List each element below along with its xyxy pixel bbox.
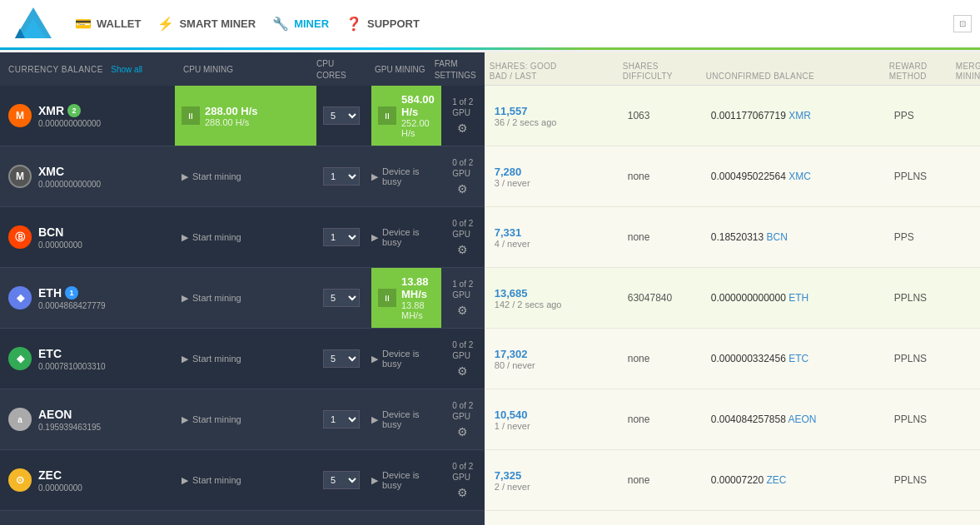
bcn-gpu-device-busy[interactable]: ▶ Device is busy bbox=[371, 227, 441, 247]
aeon-difficulty: none bbox=[623, 414, 706, 425]
xmr-gpu-count: 1 of 2 GPU bbox=[452, 97, 473, 118]
eth-difficulty: 63047840 bbox=[623, 292, 706, 304]
xmr-cores-select[interactable]: 51234 bbox=[323, 106, 360, 125]
cpu-mining-header: CPU MINING bbox=[175, 63, 316, 75]
main-nav: 💳 WALLET ⚡ SMART MINER 🔧 MINER ❓ SUPPORT bbox=[75, 16, 953, 32]
zec-gpu-device-busy[interactable]: ▶ Device is busy bbox=[371, 470, 441, 490]
xmr-difficulty: 1063 bbox=[623, 110, 706, 121]
right-row-zec: 7,325 2 / never none 0.00007220 ZEC PPLN… bbox=[485, 450, 980, 511]
currency-name-etc: ETC bbox=[38, 347, 106, 360]
aeon-settings-icon[interactable]: ⚙ bbox=[457, 425, 468, 438]
currency-list: M XMR 2 0.000000000000 ⏸ 288.00 H/s bbox=[0, 86, 485, 525]
bcn-gpu-count: 0 of 2 GPU bbox=[452, 218, 473, 240]
play-icon: ▶ bbox=[182, 232, 188, 243]
etc-cpu-start-button[interactable]: ▶ Start mining bbox=[182, 354, 241, 364]
etc-gpu-device-busy[interactable]: ▶ Device is busy bbox=[371, 349, 441, 369]
aeon-balance: 0.195939463195 bbox=[38, 423, 101, 432]
table-row: ⊙ ZEC 0.00000000 ▶ Start mining bbox=[0, 450, 485, 511]
eth-cores-select[interactable]: 51234 bbox=[323, 289, 360, 307]
bcn-unconfirmed: 0.18520313 BCN bbox=[706, 231, 889, 243]
reward-method-header: REWARDMETHOD bbox=[884, 62, 951, 82]
xmr-icon: M bbox=[8, 104, 32, 127]
zec-difficulty: none bbox=[623, 474, 706, 486]
xmr-settings-icon[interactable]: ⚙ bbox=[457, 121, 468, 135]
xmr-cpu-pause-button[interactable]: ⏸ bbox=[182, 106, 200, 125]
nav-support-label: SUPPORT bbox=[367, 17, 420, 30]
nav-miner[interactable]: 🔧 MINER bbox=[272, 16, 329, 32]
xmr-gpu-section: ⏸ 584.00 H/s 252.00 H/s 1 of 2 GPU ⚙ bbox=[366, 86, 485, 146]
accent-bar bbox=[0, 47, 980, 50]
etc-cores-select[interactable]: 51234 bbox=[323, 349, 360, 368]
bcn-cpu-start-button[interactable]: ▶ Start mining bbox=[182, 232, 241, 243]
xmr-gpu-pause-button[interactable]: ⏸ bbox=[378, 106, 396, 125]
eth-merged: 👁 bbox=[956, 290, 980, 305]
xmr-cpu-section: ⏸ 288.00 H/s 288.00 H/s bbox=[175, 86, 316, 146]
lightning-icon: ⚡ bbox=[157, 16, 174, 32]
merged-mining-header: MERGEDMINING bbox=[951, 62, 980, 82]
nav-wallet-label: WALLET bbox=[97, 17, 141, 30]
bcn-shares: 7,331 4 / never bbox=[490, 226, 623, 249]
bcn-difficulty: none bbox=[623, 231, 706, 243]
nav-smart-miner-label: SMART MINER bbox=[179, 17, 256, 30]
zec-shares: 7,325 2 / never bbox=[490, 469, 623, 492]
difficulty-header: SHARESDIFFICULTY bbox=[618, 62, 701, 82]
xmr-merged: 👁 bbox=[956, 108, 980, 123]
right-data-list: 11,557 36 / 2 secs ago 1063 0.0011770677… bbox=[485, 86, 980, 525]
xmc-cores-select[interactable]: 12345 bbox=[323, 167, 360, 186]
eth-badge: 1 bbox=[65, 286, 78, 300]
nav-smart-miner[interactable]: ⚡ SMART MINER bbox=[157, 16, 256, 32]
aeon-shares: 10,540 1 / never bbox=[490, 409, 623, 431]
etc-difficulty: none bbox=[623, 353, 706, 364]
zec-cores-select[interactable]: 51234 bbox=[323, 471, 360, 489]
play-icon: ▶ bbox=[182, 354, 188, 364]
currency-name-xmr: XMR 2 bbox=[38, 104, 101, 117]
xmc-settings-icon[interactable]: ⚙ bbox=[457, 182, 468, 196]
gpu-mining-header: GPU MINING bbox=[366, 63, 435, 75]
table-row: Ⓑ BCN 0.00000000 ▶ Start mining bbox=[0, 207, 485, 268]
zec-icon: ⊙ bbox=[8, 468, 32, 492]
table-row: ◆ ETH 1 0.0004868427779 ▶ Start mining bbox=[0, 268, 485, 329]
zec-cpu-start-button[interactable]: ▶ Start mining bbox=[182, 475, 241, 486]
aeon-cpu-section: ▶ Start mining bbox=[175, 389, 316, 449]
nav-wallet[interactable]: 💳 WALLET bbox=[75, 16, 141, 32]
play-icon: ▶ bbox=[371, 232, 378, 243]
table-row: M XMC 0.000000000000 ▶ Start mining bbox=[0, 146, 485, 207]
eth-icon: ◆ bbox=[8, 286, 32, 310]
restore-button[interactable]: ⊡ bbox=[953, 15, 972, 32]
xmc-difficulty: none bbox=[623, 171, 706, 182]
app-logo bbox=[8, 3, 58, 45]
etc-merged: 👁 bbox=[956, 351, 980, 366]
xmc-gpu-device-busy[interactable]: ▶ Device is busy bbox=[371, 166, 441, 186]
show-all-link[interactable]: Show all bbox=[111, 65, 142, 74]
eth-cpu-start-button[interactable]: ▶ Start mining bbox=[182, 293, 241, 304]
aeon-gpu-device-busy[interactable]: ▶ Device is busy bbox=[371, 409, 441, 429]
zec-gpu-section: ▶ Device is busy 0 of 2 GPU ⚙ bbox=[366, 450, 485, 510]
eth-settings-icon[interactable]: ⚙ bbox=[457, 304, 468, 317]
etc-balance: 0.0007810003310 bbox=[38, 362, 106, 371]
nav-support[interactable]: ❓ SUPPORT bbox=[346, 16, 420, 32]
zec-settings-icon[interactable]: ⚙ bbox=[457, 486, 468, 499]
currency-name-bcn: BCN bbox=[38, 225, 82, 239]
eth-unconfirmed: 0.000000000000 ETH bbox=[706, 292, 889, 304]
zec-gpu-count: 0 of 2 GPU bbox=[452, 461, 473, 483]
aeon-cores-select[interactable]: 12345 bbox=[323, 410, 360, 428]
zec-unconfirmed: 0.00007220 ZEC bbox=[706, 474, 889, 486]
eth-gpu-pause-button[interactable]: ⏸ bbox=[378, 289, 396, 307]
bcn-cores-select[interactable]: 12345 bbox=[323, 228, 360, 246]
wrench-icon: 🔧 bbox=[272, 16, 289, 32]
etc-cpu-section: ▶ Start mining bbox=[175, 329, 316, 389]
etc-settings-icon[interactable]: ⚙ bbox=[457, 364, 468, 378]
cpu-cores-header: CPU CORES bbox=[316, 57, 366, 81]
bcn-settings-icon[interactable]: ⚙ bbox=[457, 243, 468, 256]
play-icon: ▶ bbox=[182, 475, 188, 486]
table-row: ◆ ETC 0.0007810003310 ▶ Start mining bbox=[0, 329, 485, 389]
etc-cores-section: 51234 bbox=[316, 349, 366, 368]
left-column-headers: CURRENCY BALANCE Show all CPU MINING CPU… bbox=[0, 52, 485, 86]
aeon-gpu-section: ▶ Device is busy 0 of 2 GPU ⚙ bbox=[366, 389, 485, 449]
right-row-etc: 17,302 80 / never none 0.000000332456 ET… bbox=[485, 329, 980, 389]
table-row: a AEON 0.195939463195 ▶ Start mining bbox=[0, 389, 485, 450]
play-icon: ▶ bbox=[371, 414, 378, 425]
aeon-cpu-start-button[interactable]: ▶ Start mining bbox=[182, 414, 241, 425]
right-row-bcn: 7,331 4 / never none 0.18520313 BCN PPS … bbox=[485, 207, 980, 268]
xmc-cpu-start-button[interactable]: ▶ Start mining bbox=[182, 171, 241, 182]
